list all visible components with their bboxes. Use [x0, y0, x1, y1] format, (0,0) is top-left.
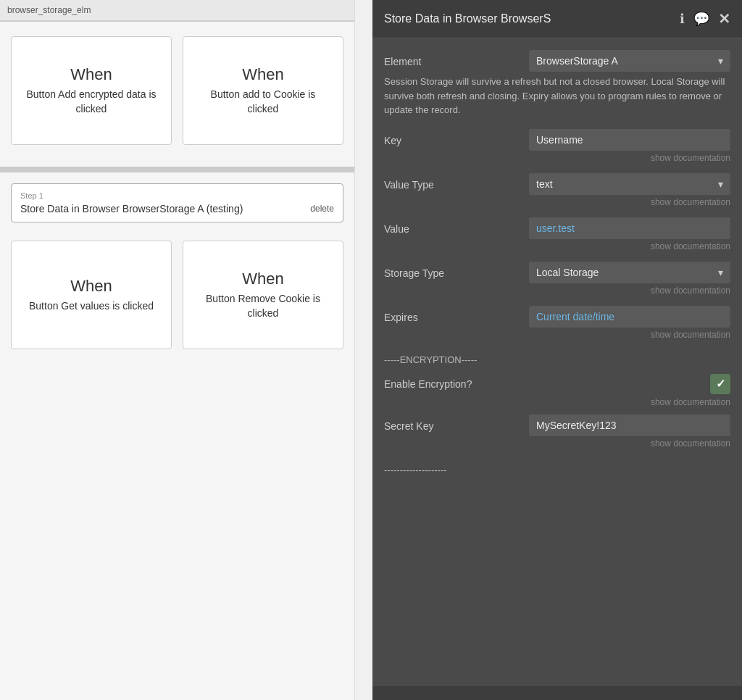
value-control: show documentation: [529, 217, 730, 259]
secret-key-control: show documentation: [529, 414, 730, 456]
enable-encryption-show-doc[interactable]: show documentation: [384, 397, 730, 407]
enable-encryption-checkbox[interactable]: [710, 374, 730, 394]
top-cards-row: When Button Add encrypted data is clicke…: [11, 36, 343, 145]
modal-title: Store Data in Browser BrowserS: [384, 12, 551, 25]
element-control: BrowserStorage A: [529, 50, 730, 72]
value-type-select-wrapper: textnumberbooleanlist: [529, 173, 730, 195]
secret-key-show-doc[interactable]: show documentation: [529, 438, 730, 449]
encryption-divider: -----ENCRYPTION-----: [384, 354, 730, 365]
bottom-divider: --------------------: [384, 464, 730, 475]
element-select[interactable]: BrowserStorage A: [529, 50, 730, 72]
value-type-show-doc[interactable]: show documentation: [529, 197, 730, 207]
top-bar: browser_storage_elm: [0, 0, 354, 22]
modal-body: Element BrowserStorage A Session Storage…: [372, 38, 742, 685]
element-label: Element: [384, 50, 529, 67]
modal-header: Store Data in Browser BrowserS ℹ 💬 ✕: [372, 0, 742, 38]
key-row: Key show documentation: [384, 129, 730, 170]
storage-type-select-wrapper: Local StorageSession StorageCookie: [529, 262, 730, 283]
modal-icons: ℹ 💬 ✕: [680, 10, 730, 28]
when-desc-2: Button add to Cookie is clicked: [194, 88, 332, 116]
element-row: Element BrowserStorage A: [384, 50, 730, 72]
modal-footer: [372, 685, 742, 700]
step-title: Store Data in Browser BrowserStorage A (…: [20, 203, 334, 214]
storage-type-select[interactable]: Local StorageSession StorageCookie: [529, 262, 730, 283]
step-delete-link[interactable]: delete: [310, 204, 334, 214]
close-icon[interactable]: ✕: [718, 10, 730, 28]
secret-key-input[interactable]: [529, 414, 730, 436]
when-title-4: When: [242, 270, 283, 288]
when-title-2: When: [242, 65, 283, 84]
when-title-3: When: [70, 277, 112, 296]
value-show-doc[interactable]: show documentation: [529, 241, 730, 251]
value-label: Value: [384, 217, 529, 235]
top-bar-text: browser_storage_elm: [7, 5, 91, 15]
value-row: Value show documentation: [384, 217, 730, 259]
step-box[interactable]: Step 1 Store Data in Browser BrowserStor…: [11, 183, 343, 222]
key-show-doc[interactable]: show documentation: [529, 153, 730, 163]
step-label: Step 1: [20, 191, 334, 200]
expires-input[interactable]: [529, 306, 730, 328]
expires-label: Expires: [384, 306, 529, 323]
enable-encryption-row: Enable Encryption?: [384, 374, 730, 394]
storage-type-row: Storage Type Local StorageSession Storag…: [384, 262, 730, 303]
description-text: Session Storage will survive a refresh b…: [384, 75, 730, 117]
bottom-cards-section: When Button Get values is clicked When B…: [0, 233, 354, 357]
key-input[interactable]: [529, 129, 730, 151]
left-panel: browser_storage_elm When Button Add encr…: [0, 0, 355, 700]
storage-type-show-doc[interactable]: show documentation: [529, 286, 730, 296]
card-add-cookie[interactable]: When Button add to Cookie is clicked: [183, 36, 343, 145]
value-type-select[interactable]: textnumberbooleanlist: [529, 173, 730, 195]
bottom-cards-row: When Button Get values is clicked When B…: [11, 241, 343, 349]
top-cards-section: When Button Add encrypted data is clicke…: [0, 22, 354, 159]
step-section: Step 1 Store Data in Browser BrowserStor…: [0, 180, 354, 233]
card-add-encrypted[interactable]: When Button Add encrypted data is clicke…: [11, 36, 172, 145]
when-desc-4: Button Remove Cookie is clicked: [194, 292, 332, 320]
comment-icon[interactable]: 💬: [693, 11, 709, 27]
key-label: Key: [384, 129, 529, 146]
enable-encryption-label: Enable Encryption?: [384, 378, 472, 390]
element-select-wrapper: BrowserStorage A: [529, 50, 730, 72]
info-icon[interactable]: ℹ: [680, 11, 685, 27]
key-control: show documentation: [529, 129, 730, 170]
storage-type-label: Storage Type: [384, 262, 529, 279]
value-type-label: Value Type: [384, 173, 529, 191]
when-desc-3: Button Get values is clicked: [29, 299, 154, 314]
modal-panel: Store Data in Browser BrowserS ℹ 💬 ✕ Ele…: [372, 0, 742, 700]
expires-show-doc[interactable]: show documentation: [529, 330, 730, 340]
storage-type-control: Local StorageSession StorageCookie show …: [529, 262, 730, 303]
when-title-1: When: [70, 65, 112, 84]
card-remove-cookie[interactable]: When Button Remove Cookie is clicked: [183, 241, 343, 349]
step-title-text: Store Data in Browser BrowserStorage A (…: [20, 203, 243, 214]
card-get-values[interactable]: When Button Get values is clicked: [11, 241, 172, 349]
value-input[interactable]: [529, 217, 730, 239]
secret-key-row: Secret Key show documentation: [384, 414, 730, 456]
value-type-control: textnumberbooleanlist show documentation: [529, 173, 730, 214]
expires-control: show documentation: [529, 306, 730, 347]
divider-bar: [0, 167, 354, 172]
value-type-row: Value Type textnumberbooleanlist show do…: [384, 173, 730, 214]
when-desc-1: Button Add encrypted data is clicked: [22, 88, 160, 116]
expires-row: Expires show documentation: [384, 306, 730, 347]
secret-key-label: Secret Key: [384, 414, 529, 432]
